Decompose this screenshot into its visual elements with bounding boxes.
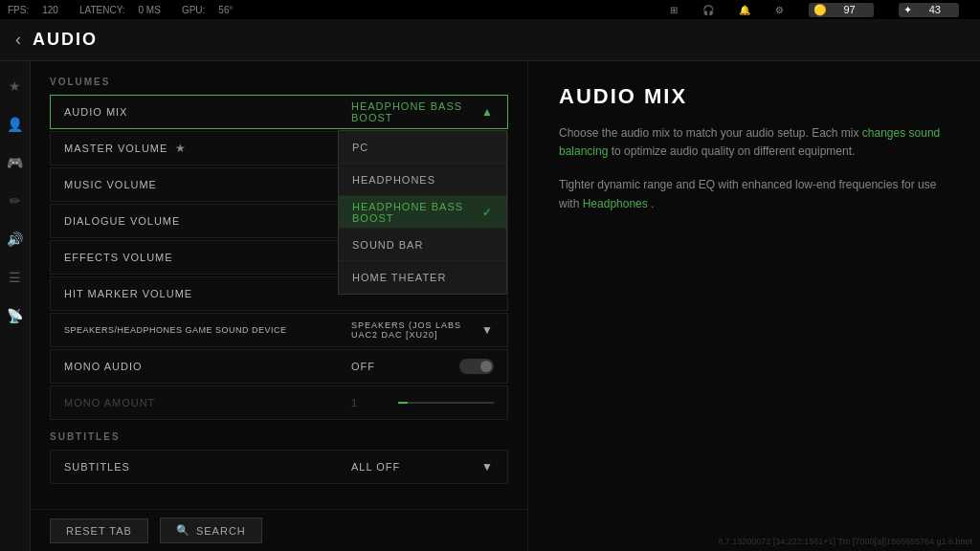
panel-link-2[interactable]: Headphones <box>583 197 648 210</box>
grid-icon[interactable]: ⊞ <box>670 5 678 15</box>
sound-device-value[interactable]: SPEAKERS (JOS LABS UAC2 DAC [XU20] ▼ <box>338 320 507 340</box>
left-nav: ★ 👤 🎮 ✏ 🔊 ☰ 📡 <box>0 61 31 551</box>
version-bar: 8.7.13200072 [34:222:1561+1] Tm [7000[a]… <box>710 532 980 551</box>
nav-icon-antenna[interactable]: 📡 <box>6 306 25 325</box>
hit-marker-volume-label: HIT MARKER VOLUME <box>51 288 338 299</box>
subtitles-label: SUBTITLES <box>51 461 338 473</box>
points-icon: ✦ <box>903 4 912 16</box>
nav-icon-list[interactable]: ☰ <box>6 268 25 287</box>
latency-label: LATENCY: <box>79 5 125 15</box>
dropdown-item-headphone-bass-boost[interactable]: HEADPHONE BASS BOOST ✓ <box>339 196 506 229</box>
audio-mix-dropdown[interactable]: PC HEADPHONES HEADPHONE BASS BOOST ✓ SOU… <box>338 130 507 295</box>
bell-icon[interactable]: 🔔 <box>739 5 750 15</box>
gpu-value: 56° <box>218 5 233 15</box>
dropdown-item-pc[interactable]: PC <box>339 131 506 164</box>
slider-track <box>398 402 494 404</box>
header: ‹ AUDIO <box>0 19 980 61</box>
dialogue-volume-label: DIALOGUE VOLUME <box>51 215 338 227</box>
slider-fill <box>398 402 408 404</box>
reset-tab-button[interactable]: RESET TAB <box>50 518 148 543</box>
coins-badge: 🟡 97 <box>809 3 874 17</box>
sound-device-row[interactable]: SPEAKERS/HEADPHONES GAME SOUND DEVICE SP… <box>50 313 508 347</box>
search-icon: 🔍 <box>176 524 190 537</box>
page-title: AUDIO <box>33 30 98 50</box>
coin-icon: 🟡 <box>813 4 827 16</box>
fps-label: FPS: <box>8 5 29 15</box>
mono-amount-value: 1 <box>338 397 507 408</box>
panel-desc-4: . <box>651 197 654 210</box>
gpu-label: GPU: <box>182 5 205 15</box>
main-content: VOLUMES AUDIO MIX HEADPHONE BASS BOOST ▲… <box>31 61 980 551</box>
audio-mix-value[interactable]: HEADPHONE BASS BOOST ▲ <box>338 100 507 123</box>
reset-tab-label: RESET TAB <box>66 525 132 537</box>
subtitles-section-label: SUBTITLES <box>50 431 508 442</box>
mono-audio-label: MONO AUDIO <box>51 361 338 372</box>
bottom-bar: RESET TAB 🔍 SEARCH <box>31 509 528 551</box>
mono-amount-label: MONO AMOUNT <box>51 397 338 408</box>
nav-icon-star[interactable]: ★ <box>6 77 25 96</box>
points-value: 43 <box>929 4 941 15</box>
subtitles-value[interactable]: ALL OFF ▼ <box>338 460 507 474</box>
master-volume-star: ★ <box>175 142 187 155</box>
search-label: SEARCH <box>196 525 246 537</box>
subtitles-text: ALL OFF <box>351 461 400 473</box>
fps-value: 120 <box>42 5 58 15</box>
top-bar: FPS: 120 LATENCY: 0 MS GPU: 56° ⊞ 🎧 🔔 ⚙ … <box>0 0 980 19</box>
dropdown-item-soundbar[interactable]: SOUND BAR <box>339 229 506 261</box>
panel-desc-1: Choose the audio mix to match your audio… <box>559 126 859 140</box>
nav-icon-gamepad[interactable]: 🎮 <box>6 153 25 172</box>
right-panel: AUDIO MIX Choose the audio mix to match … <box>528 61 980 551</box>
mono-amount-number: 1 <box>351 397 358 408</box>
mono-audio-value[interactable]: OFF <box>338 359 507 374</box>
back-button[interactable]: ‹ <box>15 30 21 50</box>
subtitles-chevron: ▼ <box>481 460 494 474</box>
mono-audio-row[interactable]: MONO AUDIO OFF <box>50 349 508 384</box>
mono-amount-row: MONO AMOUNT 1 <box>50 386 508 420</box>
dropdown-item-home-theater-label: HOME THEATER <box>352 272 446 283</box>
toggle-knob <box>480 361 492 372</box>
effects-volume-label: EFFECTS VOLUME <box>51 252 338 263</box>
dropdown-item-headphones-label: HEADPHONES <box>352 174 435 186</box>
audio-mix-selected: HEADPHONE BASS BOOST <box>351 100 481 123</box>
mono-amount-slider <box>398 402 494 404</box>
dropdown-item-hbb-label: HEADPHONE BASS BOOST <box>352 201 482 224</box>
panel-description: Choose the audio mix to match your audio… <box>559 124 949 161</box>
points-badge: ✦ 43 <box>899 3 959 17</box>
sound-device-chevron: ▼ <box>481 323 494 337</box>
audio-mix-label: AUDIO MIX <box>51 106 338 118</box>
sound-device-text: SPEAKERS (JOS LABS UAC2 DAC [XU20] <box>351 320 481 340</box>
subtitles-row[interactable]: SUBTITLES ALL OFF ▼ <box>50 450 508 484</box>
audio-mix-row[interactable]: AUDIO MIX HEADPHONE BASS BOOST ▲ PC HEAD… <box>50 95 508 129</box>
version-text: 8.7.13200072 [34:222:1561+1] Tm [7000[a]… <box>718 537 972 546</box>
volumes-section-label: VOLUMES <box>50 77 508 87</box>
music-volume-label: MUSIC VOLUME <box>51 179 338 190</box>
search-button[interactable]: 🔍 SEARCH <box>160 518 262 543</box>
left-panel: VOLUMES AUDIO MIX HEADPHONE BASS BOOST ▲… <box>31 61 528 551</box>
check-icon: ✓ <box>482 206 493 219</box>
chevron-up-icon: ▲ <box>481 105 494 119</box>
mono-audio-toggle[interactable] <box>459 359 494 374</box>
gear-icon[interactable]: ⚙ <box>775 5 784 15</box>
panel-note: Tighter dynamic range and EQ with enhanc… <box>559 176 949 212</box>
sound-device-label: SPEAKERS/HEADPHONES GAME SOUND DEVICE <box>51 325 338 335</box>
nav-icon-person[interactable]: 👤 <box>6 115 25 134</box>
master-volume-label: MASTER VOLUME ★ <box>51 142 338 155</box>
coins-value: 97 <box>844 4 856 15</box>
latency-value: 0 MS <box>139 5 161 15</box>
nav-icon-edit[interactable]: ✏ <box>6 191 25 210</box>
panel-desc-2: to optimize audio quality on different e… <box>612 144 856 158</box>
nav-icon-speaker[interactable]: 🔊 <box>6 230 25 249</box>
dropdown-item-home-theater[interactable]: HOME THEATER <box>339 261 506 294</box>
dropdown-item-headphones[interactable]: HEADPHONES <box>339 164 506 196</box>
headphone-icon: 🎧 <box>702 5 714 15</box>
dropdown-item-pc-label: PC <box>352 142 368 153</box>
mono-audio-text: OFF <box>351 361 375 372</box>
top-bar-right: ⊞ 🎧 🔔 ⚙ 🟡 97 ✦ 43 <box>670 3 973 17</box>
panel-title: AUDIO MIX <box>559 84 949 109</box>
dropdown-item-soundbar-label: SOUND BAR <box>352 239 423 251</box>
